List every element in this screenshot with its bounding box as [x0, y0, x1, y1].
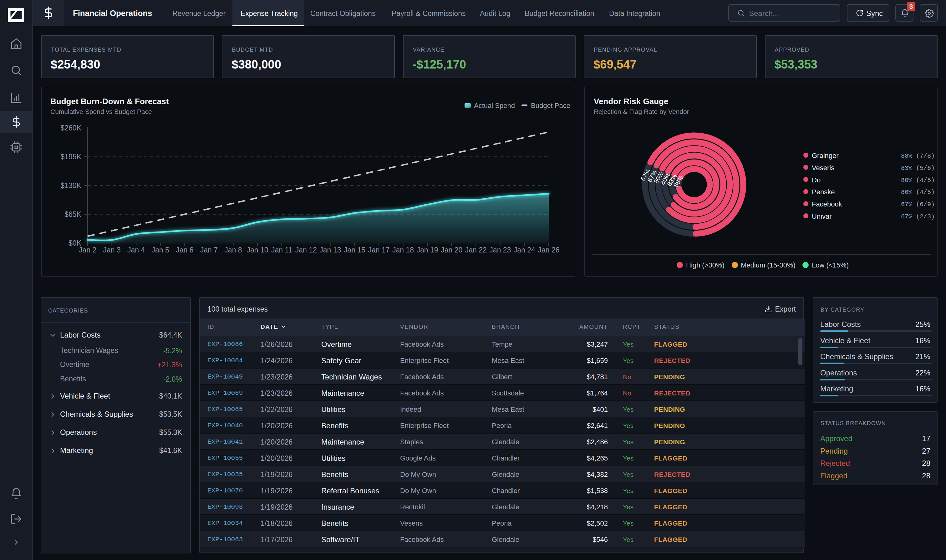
- svg-text:67% (2/3): 67% (2/3): [901, 213, 935, 220]
- svg-text:$65K: $65K: [65, 210, 82, 218]
- svg-text:Do: Do: [812, 176, 821, 184]
- svg-text:Actual Spend: Actual Spend: [474, 102, 515, 109]
- svg-text:Jan 17: Jan 17: [368, 246, 389, 254]
- svg-text:Jan 18: Jan 18: [392, 246, 414, 254]
- svg-text:88% (7/8): 88% (7/8): [901, 152, 935, 160]
- svg-text:Jan 12: Jan 12: [295, 246, 317, 254]
- svg-text:$260K: $260K: [60, 124, 82, 132]
- svg-text:Veseris: Veseris: [812, 164, 834, 172]
- svg-text:80% (4/5): 80% (4/5): [901, 189, 935, 196]
- svg-text:Jan 13: Jan 13: [319, 246, 341, 254]
- svg-text:Jan 26: Jan 26: [538, 246, 559, 254]
- svg-text:Medium (15-30%): Medium (15-30%): [741, 261, 795, 269]
- svg-text:Penske: Penske: [812, 188, 835, 196]
- svg-text:High (>30%): High (>30%): [686, 261, 724, 269]
- svg-text:Jan 20: Jan 20: [441, 246, 462, 254]
- svg-text:Jan 11: Jan 11: [271, 246, 292, 254]
- svg-text:Jan 6: Jan 6: [176, 246, 193, 254]
- svg-text:Jan 8: Jan 8: [224, 246, 242, 254]
- svg-text:Jan 3: Jan 3: [103, 246, 120, 254]
- svg-text:Jan 23: Jan 23: [489, 246, 511, 254]
- svg-text:Jan 10: Jan 10: [247, 246, 268, 254]
- svg-text:67% (6/9): 67% (6/9): [901, 201, 935, 208]
- svg-text:Jan 15: Jan 15: [344, 246, 365, 254]
- svg-text:$130K: $130K: [60, 182, 82, 189]
- svg-text:Grainger: Grainger: [812, 152, 839, 160]
- svg-text:80% (4/5): 80% (4/5): [901, 177, 935, 184]
- svg-text:Jan 5: Jan 5: [152, 246, 169, 254]
- svg-text:Univar: Univar: [812, 212, 832, 220]
- svg-text:Low (<15%): Low (<15%): [812, 261, 849, 269]
- svg-text:Budget Pace: Budget Pace: [531, 102, 570, 109]
- svg-text:Jan 2: Jan 2: [79, 246, 96, 254]
- svg-text:Jan 22: Jan 22: [465, 246, 487, 254]
- svg-text:Jan 4: Jan 4: [127, 246, 145, 254]
- svg-text:Jan 19: Jan 19: [417, 246, 438, 254]
- svg-text:Facebook: Facebook: [812, 200, 843, 208]
- svg-text:83% (5/6): 83% (5/6): [901, 165, 935, 172]
- svg-text:$195K: $195K: [60, 153, 82, 161]
- svg-text:Jan 7: Jan 7: [200, 246, 218, 254]
- svg-text:Jan 24: Jan 24: [514, 246, 535, 254]
